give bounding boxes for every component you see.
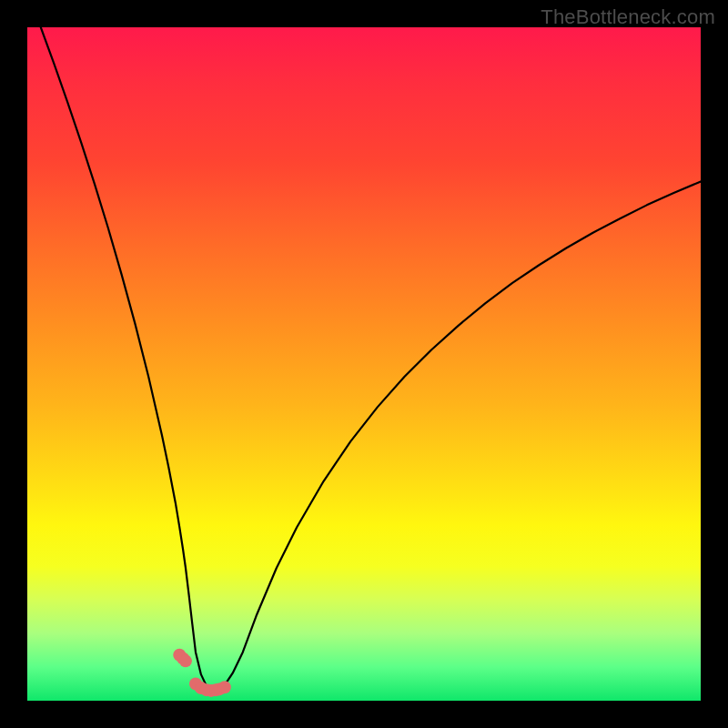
plot-area: [27, 27, 701, 701]
marker-point: [218, 681, 231, 693]
marker-point: [179, 654, 192, 667]
plot-svg: [27, 27, 701, 701]
bottleneck-curve: [41, 27, 701, 690]
chart-stage: TheBottleneck.com: [0, 0, 728, 728]
highlight-markers: [173, 649, 231, 697]
watermark-text: TheBottleneck.com: [541, 5, 715, 29]
